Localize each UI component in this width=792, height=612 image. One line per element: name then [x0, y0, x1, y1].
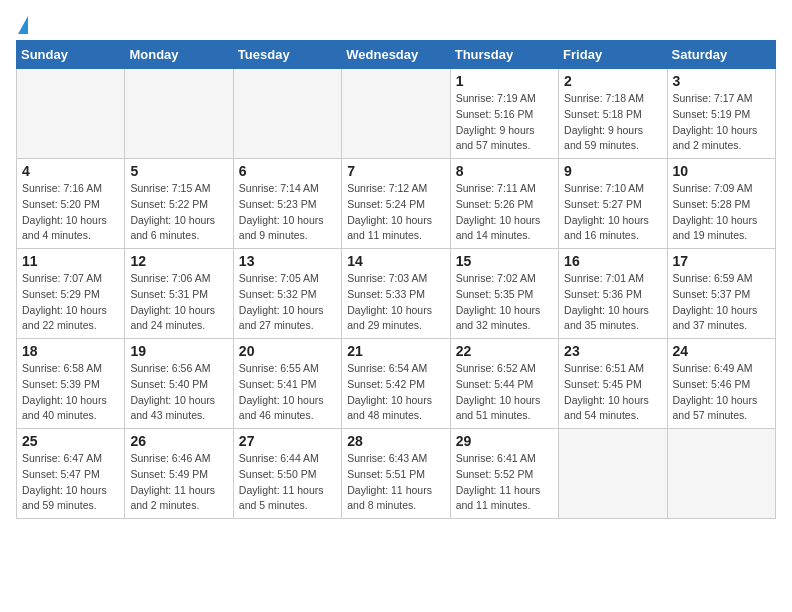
day-number: 5: [130, 163, 227, 179]
calendar-cell: 14Sunrise: 7:03 AMSunset: 5:33 PMDayligh…: [342, 249, 450, 339]
weekday-header-sunday: Sunday: [17, 41, 125, 69]
weekday-header-friday: Friday: [559, 41, 667, 69]
weekday-header-monday: Monday: [125, 41, 233, 69]
calendar-cell: 3Sunrise: 7:17 AMSunset: 5:19 PMDaylight…: [667, 69, 775, 159]
day-info: Sunrise: 6:55 AMSunset: 5:41 PMDaylight:…: [239, 361, 336, 424]
calendar-cell: 18Sunrise: 6:58 AMSunset: 5:39 PMDayligh…: [17, 339, 125, 429]
day-number: 20: [239, 343, 336, 359]
calendar-cell: 4Sunrise: 7:16 AMSunset: 5:20 PMDaylight…: [17, 159, 125, 249]
day-info: Sunrise: 7:17 AMSunset: 5:19 PMDaylight:…: [673, 91, 770, 154]
calendar-cell: 22Sunrise: 6:52 AMSunset: 5:44 PMDayligh…: [450, 339, 558, 429]
calendar-week-row: 18Sunrise: 6:58 AMSunset: 5:39 PMDayligh…: [17, 339, 776, 429]
day-number: 27: [239, 433, 336, 449]
day-info: Sunrise: 6:46 AMSunset: 5:49 PMDaylight:…: [130, 451, 227, 514]
day-number: 13: [239, 253, 336, 269]
day-number: 1: [456, 73, 553, 89]
calendar-table: SundayMondayTuesdayWednesdayThursdayFrid…: [16, 40, 776, 519]
day-info: Sunrise: 6:52 AMSunset: 5:44 PMDaylight:…: [456, 361, 553, 424]
weekday-header-saturday: Saturday: [667, 41, 775, 69]
day-info: Sunrise: 7:18 AMSunset: 5:18 PMDaylight:…: [564, 91, 661, 154]
calendar-cell: 7Sunrise: 7:12 AMSunset: 5:24 PMDaylight…: [342, 159, 450, 249]
header: [16, 16, 776, 32]
calendar-cell: [125, 69, 233, 159]
weekday-header-thursday: Thursday: [450, 41, 558, 69]
calendar-cell: 1Sunrise: 7:19 AMSunset: 5:16 PMDaylight…: [450, 69, 558, 159]
day-number: 18: [22, 343, 119, 359]
day-info: Sunrise: 7:07 AMSunset: 5:29 PMDaylight:…: [22, 271, 119, 334]
calendar-cell: 8Sunrise: 7:11 AMSunset: 5:26 PMDaylight…: [450, 159, 558, 249]
day-number: 16: [564, 253, 661, 269]
day-number: 15: [456, 253, 553, 269]
day-info: Sunrise: 6:54 AMSunset: 5:42 PMDaylight:…: [347, 361, 444, 424]
day-number: 29: [456, 433, 553, 449]
day-info: Sunrise: 7:14 AMSunset: 5:23 PMDaylight:…: [239, 181, 336, 244]
day-info: Sunrise: 6:43 AMSunset: 5:51 PMDaylight:…: [347, 451, 444, 514]
calendar-cell: 16Sunrise: 7:01 AMSunset: 5:36 PMDayligh…: [559, 249, 667, 339]
calendar-cell: 11Sunrise: 7:07 AMSunset: 5:29 PMDayligh…: [17, 249, 125, 339]
calendar-cell: 28Sunrise: 6:43 AMSunset: 5:51 PMDayligh…: [342, 429, 450, 519]
calendar-cell: [559, 429, 667, 519]
weekday-header-tuesday: Tuesday: [233, 41, 341, 69]
calendar-cell: [17, 69, 125, 159]
day-number: 3: [673, 73, 770, 89]
day-info: Sunrise: 6:59 AMSunset: 5:37 PMDaylight:…: [673, 271, 770, 334]
day-number: 21: [347, 343, 444, 359]
weekday-header-wednesday: Wednesday: [342, 41, 450, 69]
day-info: Sunrise: 6:56 AMSunset: 5:40 PMDaylight:…: [130, 361, 227, 424]
day-info: Sunrise: 7:01 AMSunset: 5:36 PMDaylight:…: [564, 271, 661, 334]
day-number: 6: [239, 163, 336, 179]
day-number: 10: [673, 163, 770, 179]
day-info: Sunrise: 7:10 AMSunset: 5:27 PMDaylight:…: [564, 181, 661, 244]
logo-icon: [18, 16, 28, 34]
calendar-cell: 20Sunrise: 6:55 AMSunset: 5:41 PMDayligh…: [233, 339, 341, 429]
calendar-cell: 26Sunrise: 6:46 AMSunset: 5:49 PMDayligh…: [125, 429, 233, 519]
day-info: Sunrise: 7:09 AMSunset: 5:28 PMDaylight:…: [673, 181, 770, 244]
calendar-week-row: 11Sunrise: 7:07 AMSunset: 5:29 PMDayligh…: [17, 249, 776, 339]
calendar-cell: 9Sunrise: 7:10 AMSunset: 5:27 PMDaylight…: [559, 159, 667, 249]
calendar-cell: 27Sunrise: 6:44 AMSunset: 5:50 PMDayligh…: [233, 429, 341, 519]
day-info: Sunrise: 7:11 AMSunset: 5:26 PMDaylight:…: [456, 181, 553, 244]
day-number: 8: [456, 163, 553, 179]
day-info: Sunrise: 6:44 AMSunset: 5:50 PMDaylight:…: [239, 451, 336, 514]
day-number: 25: [22, 433, 119, 449]
day-number: 7: [347, 163, 444, 179]
day-number: 24: [673, 343, 770, 359]
day-number: 14: [347, 253, 444, 269]
day-info: Sunrise: 7:16 AMSunset: 5:20 PMDaylight:…: [22, 181, 119, 244]
calendar-cell: 13Sunrise: 7:05 AMSunset: 5:32 PMDayligh…: [233, 249, 341, 339]
day-number: 12: [130, 253, 227, 269]
calendar-week-row: 4Sunrise: 7:16 AMSunset: 5:20 PMDaylight…: [17, 159, 776, 249]
calendar-cell: 19Sunrise: 6:56 AMSunset: 5:40 PMDayligh…: [125, 339, 233, 429]
day-number: 4: [22, 163, 119, 179]
calendar-week-row: 1Sunrise: 7:19 AMSunset: 5:16 PMDaylight…: [17, 69, 776, 159]
weekday-header-row: SundayMondayTuesdayWednesdayThursdayFrid…: [17, 41, 776, 69]
day-info: Sunrise: 6:58 AMSunset: 5:39 PMDaylight:…: [22, 361, 119, 424]
day-number: 17: [673, 253, 770, 269]
day-info: Sunrise: 7:02 AMSunset: 5:35 PMDaylight:…: [456, 271, 553, 334]
day-info: Sunrise: 7:15 AMSunset: 5:22 PMDaylight:…: [130, 181, 227, 244]
calendar-cell: 17Sunrise: 6:59 AMSunset: 5:37 PMDayligh…: [667, 249, 775, 339]
day-info: Sunrise: 6:47 AMSunset: 5:47 PMDaylight:…: [22, 451, 119, 514]
calendar-cell: 21Sunrise: 6:54 AMSunset: 5:42 PMDayligh…: [342, 339, 450, 429]
day-number: 23: [564, 343, 661, 359]
calendar-cell: 29Sunrise: 6:41 AMSunset: 5:52 PMDayligh…: [450, 429, 558, 519]
calendar-cell: 24Sunrise: 6:49 AMSunset: 5:46 PMDayligh…: [667, 339, 775, 429]
calendar-cell: 23Sunrise: 6:51 AMSunset: 5:45 PMDayligh…: [559, 339, 667, 429]
calendar-cell: 5Sunrise: 7:15 AMSunset: 5:22 PMDaylight…: [125, 159, 233, 249]
day-info: Sunrise: 7:05 AMSunset: 5:32 PMDaylight:…: [239, 271, 336, 334]
day-number: 22: [456, 343, 553, 359]
day-info: Sunrise: 7:06 AMSunset: 5:31 PMDaylight:…: [130, 271, 227, 334]
day-info: Sunrise: 6:51 AMSunset: 5:45 PMDaylight:…: [564, 361, 661, 424]
day-number: 9: [564, 163, 661, 179]
day-info: Sunrise: 7:03 AMSunset: 5:33 PMDaylight:…: [347, 271, 444, 334]
day-info: Sunrise: 7:12 AMSunset: 5:24 PMDaylight:…: [347, 181, 444, 244]
calendar-cell: 25Sunrise: 6:47 AMSunset: 5:47 PMDayligh…: [17, 429, 125, 519]
logo: [16, 16, 28, 32]
day-number: 26: [130, 433, 227, 449]
calendar-week-row: 25Sunrise: 6:47 AMSunset: 5:47 PMDayligh…: [17, 429, 776, 519]
calendar-cell: 6Sunrise: 7:14 AMSunset: 5:23 PMDaylight…: [233, 159, 341, 249]
day-number: 11: [22, 253, 119, 269]
calendar-cell: 2Sunrise: 7:18 AMSunset: 5:18 PMDaylight…: [559, 69, 667, 159]
day-number: 19: [130, 343, 227, 359]
calendar-cell: [342, 69, 450, 159]
